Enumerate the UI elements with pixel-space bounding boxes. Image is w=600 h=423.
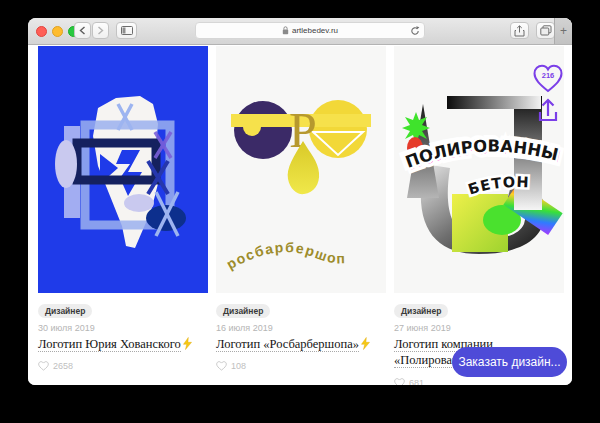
share-button[interactable] — [510, 22, 529, 39]
likes-count: 2658 — [53, 361, 73, 371]
browser-window: artlebedev.ru + — [28, 18, 572, 385]
card-title-text[interactable]: Логотип Юрия Хованского — [38, 337, 181, 352]
refresh-icon[interactable] — [410, 26, 420, 36]
card-meta: Дизайнер 16 июля 2019 Логотип «Росбарбер… — [216, 293, 386, 371]
card-artwork-khovansky[interactable] — [38, 46, 208, 293]
tab-overview-button[interactable] — [536, 22, 555, 39]
order-design-button[interactable]: Заказать дизайн... — [452, 347, 567, 377]
minimize-window-button[interactable] — [52, 26, 63, 37]
browser-toolbar: artlebedev.ru + — [28, 18, 572, 45]
card-date: 27 июня 2019 — [394, 323, 564, 333]
likes-row[interactable]: 2658 — [38, 361, 208, 371]
forward-button[interactable] — [92, 22, 109, 39]
rosbarbershop-logo-art: Р росбарбершоп — [216, 46, 386, 293]
lightning-icon — [183, 337, 192, 350]
upload-icon — [540, 100, 556, 120]
page-content: Дизайнер 30 июля 2019 Логотип Юрия Хован… — [28, 45, 572, 385]
back-button[interactable] — [74, 22, 91, 39]
tabs-icon — [540, 25, 552, 36]
heart-icon — [216, 361, 227, 371]
svg-text:росбарбершоп: росбарбершоп — [224, 239, 347, 272]
portfolio-cards: Дизайнер 30 июля 2019 Логотип Юрия Хован… — [38, 46, 564, 385]
back-icon — [79, 26, 86, 35]
url-text: artlebedev.ru — [292, 26, 338, 35]
like-badge-count: 216 — [542, 71, 555, 80]
category-badge[interactable]: Дизайнер — [394, 304, 448, 318]
card-rosbarbershop: Р росбарбершоп Дизайнер 16 июля 2019 Лог… — [216, 46, 386, 385]
sidebar-toggle-button[interactable] — [116, 22, 137, 39]
heart-icon — [394, 378, 405, 385]
sidebar-icon — [121, 26, 133, 35]
forward-icon — [97, 26, 104, 35]
category-badge[interactable]: Дизайнер — [38, 304, 92, 318]
card-date: 16 июля 2019 — [216, 323, 386, 333]
card-date: 30 июля 2019 — [38, 323, 208, 333]
traffic-lights — [36, 26, 79, 37]
category-badge[interactable]: Дизайнер — [216, 304, 270, 318]
share-icon — [514, 25, 525, 37]
order-design-label: Заказать дизайн... — [458, 355, 560, 369]
card-title-link[interactable]: Логотип «Росбарбершопа» — [216, 336, 382, 352]
page-like-badge[interactable]: 216 — [532, 64, 564, 94]
card-artwork-rosbarbershop[interactable]: Р росбарбершоп — [216, 46, 386, 293]
card-meta: Дизайнер 30 июля 2019 Логотип Юрия Хован… — [38, 293, 208, 371]
share-page-button[interactable] — [535, 97, 561, 124]
lightning-icon — [361, 337, 370, 350]
likes-count: 681 — [409, 378, 424, 385]
khovansky-logo-art — [38, 46, 208, 293]
close-window-button[interactable] — [36, 26, 47, 37]
lock-icon — [282, 26, 289, 35]
address-bar[interactable]: artlebedev.ru — [195, 22, 425, 39]
likes-row[interactable]: 681 — [394, 378, 564, 385]
plus-icon: + — [560, 24, 567, 38]
card-khovansky: Дизайнер 30 июля 2019 Логотип Юрия Хован… — [38, 46, 208, 385]
art-caption: росбарбершоп — [224, 239, 347, 272]
new-tab-button[interactable]: + — [554, 18, 572, 44]
card-title-link[interactable]: Логотип Юрия Хованского — [38, 336, 204, 352]
heart-icon — [38, 361, 49, 371]
likes-count: 108 — [231, 361, 246, 371]
card-title-text[interactable]: Логотип «Росбарбершопа» — [216, 337, 359, 352]
likes-row[interactable]: 108 — [216, 361, 386, 371]
